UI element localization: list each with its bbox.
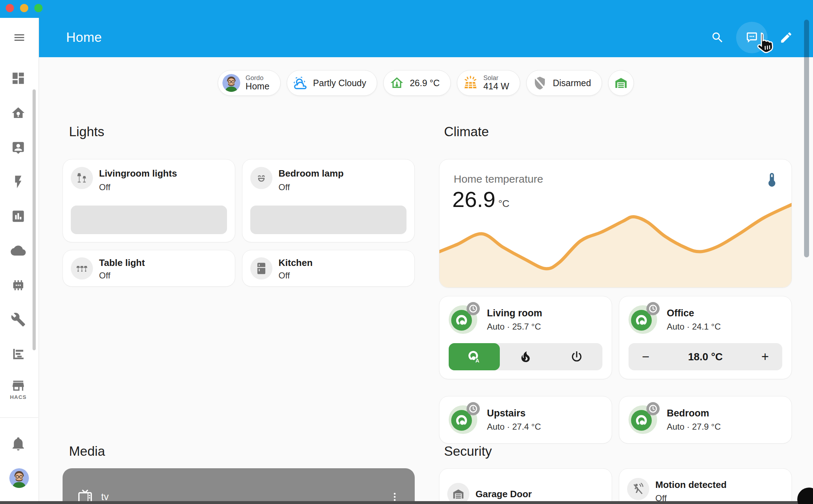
- thermostat-card-upstairs[interactable]: Upstairs Auto · 27.4 °C: [439, 396, 612, 444]
- user-chip-zone: Home: [246, 81, 270, 91]
- home-temperature-card[interactable]: Home temperature 26.9°C: [439, 159, 792, 288]
- light-card-kitchen[interactable]: Kitchen Off: [242, 250, 415, 287]
- light-card-table-light[interactable]: Table light Off: [63, 250, 235, 287]
- sidebar-item-energy[interactable]: [11, 174, 26, 189]
- shield-off-icon: [532, 75, 547, 90]
- light-state: Off: [279, 271, 312, 281]
- security-card-title: Garage Door: [476, 489, 532, 500]
- sidebar-profile-avatar[interactable]: [9, 468, 29, 488]
- thermostat-card-living-room[interactable]: Living room Auto · 25.7 °C: [439, 296, 612, 379]
- brightness-slider[interactable]: [250, 206, 406, 234]
- minimize-window-button[interactable]: [20, 4, 28, 12]
- window-controls[interactable]: [6, 4, 43, 12]
- sidebar: HACS: [0, 18, 39, 504]
- fridge-icon: [250, 257, 272, 280]
- solar-chip-name: Solar: [483, 75, 509, 81]
- sidebar-item-history[interactable]: [11, 209, 26, 224]
- window-titlebar: [0, 0, 813, 18]
- light-title: Kitchen: [279, 257, 312, 268]
- corner-shape: [797, 488, 813, 504]
- gantt-chart-icon: [11, 346, 26, 361]
- partly-cloudy-icon: [293, 75, 308, 90]
- alarm-chip[interactable]: Disarmed: [526, 70, 602, 96]
- sidebar-item-developer-tools[interactable]: [11, 312, 26, 327]
- pencil-icon: [779, 31, 793, 44]
- smiley-lamp-icon: [250, 167, 272, 189]
- increase-temp-button[interactable]: +: [748, 349, 782, 364]
- thermostat-name: Bedroom: [667, 408, 721, 419]
- wrench-icon: [11, 312, 26, 327]
- chart-box-icon: [11, 209, 26, 224]
- setpoint-stepper: − 18.0 °C +: [629, 343, 782, 370]
- sidebar-menu-button[interactable]: [12, 31, 27, 44]
- page-title: Home: [66, 30, 102, 45]
- security-card-title: Motion detected: [655, 479, 726, 490]
- thermostat-card-bedroom[interactable]: Bedroom Auto · 27.9 °C: [619, 396, 792, 444]
- thermometer-icon: [764, 172, 780, 188]
- weather-chip-label: Partly Cloudy: [313, 78, 366, 88]
- app-header: Home: [39, 18, 813, 57]
- sidebar-item-notifications[interactable]: [11, 436, 26, 451]
- security-card-motion[interactable]: Motion detected Off: [619, 468, 792, 504]
- sidebar-item-logbook[interactable]: [11, 346, 26, 361]
- home-lightbulb-icon: [11, 105, 26, 120]
- close-window-button[interactable]: [6, 4, 14, 12]
- bell-icon: [11, 436, 26, 451]
- thermostat-name: Upstairs: [487, 408, 541, 419]
- mode-off-button[interactable]: [551, 343, 602, 370]
- zoom-window-button[interactable]: [34, 4, 43, 12]
- climate-section-heading: Climate: [444, 124, 489, 139]
- home-assistant-window: Home HACS Gordo Home: [0, 0, 813, 504]
- schedule-clock-badge: [646, 302, 660, 315]
- decrease-temp-button[interactable]: −: [629, 349, 663, 364]
- thermostat-auto-icon: [467, 350, 482, 364]
- schedule-clock-badge: [467, 302, 480, 315]
- sidebar-item-hacs[interactable]: [11, 378, 26, 393]
- edit-dashboard-button[interactable]: [779, 31, 793, 44]
- temperature-card-title: Home temperature: [454, 173, 543, 185]
- thermostat-status: Auto · 24.1 °C: [667, 322, 721, 332]
- light-state: Off: [99, 182, 177, 192]
- sidebar-scrollbar[interactable]: [33, 89, 36, 350]
- solar-chip[interactable]: Solar 414 W: [457, 70, 520, 96]
- store-icon: [11, 378, 26, 393]
- lights-section-heading: Lights: [69, 124, 104, 139]
- chip-icon: [11, 278, 26, 293]
- security-card-garage-door[interactable]: Garage Door: [439, 468, 612, 504]
- user-chip[interactable]: Gordo Home: [218, 70, 281, 96]
- light-state: Off: [99, 271, 145, 281]
- light-title: Bedroom lamp: [279, 168, 344, 179]
- solar-chip-value: 414 W: [483, 81, 509, 91]
- thermostat-status: Auto · 25.7 °C: [487, 322, 542, 332]
- sidebar-item-overview[interactable]: [11, 71, 26, 86]
- search-button[interactable]: [711, 31, 724, 44]
- brightness-slider[interactable]: [71, 206, 227, 234]
- light-card-bedroom-lamp[interactable]: Bedroom lamp Off: [242, 159, 415, 242]
- lightning-icon: [11, 174, 26, 189]
- sidebar-item-devices[interactable]: [11, 278, 26, 293]
- security-section-heading: Security: [444, 444, 492, 459]
- schedule-clock-badge: [646, 402, 660, 415]
- alarm-chip-label: Disarmed: [553, 78, 591, 88]
- light-card-livingroom[interactable]: Livingroom lights Off: [63, 159, 235, 242]
- temperature-chip[interactable]: 26.9 °C: [383, 70, 451, 96]
- sidebar-item-areas[interactable]: [11, 105, 26, 120]
- dashboard-icon: [11, 71, 26, 86]
- sidebar-item-people[interactable]: [11, 140, 26, 155]
- weather-chip[interactable]: Partly Cloudy: [287, 70, 378, 96]
- hvac-mode-selector: [449, 343, 602, 370]
- thermostat-card-office[interactable]: Office Auto · 24.1 °C − 18.0 °C +: [619, 296, 792, 379]
- mode-heat-button[interactable]: [500, 343, 551, 370]
- floor-lamp-icon: [71, 167, 93, 189]
- sidebar-item-cloud[interactable]: [11, 243, 26, 258]
- temperature-chip-label: 26.9 °C: [410, 78, 440, 88]
- light-state: Off: [279, 182, 344, 192]
- page-scrollbar[interactable]: [804, 20, 809, 257]
- garage-chip[interactable]: [608, 70, 634, 96]
- cloud-icon: [11, 243, 26, 258]
- mode-auto-button[interactable]: [449, 343, 500, 370]
- media-player-card-tv[interactable]: tv: [63, 468, 415, 504]
- media-player-name: tv: [101, 491, 109, 503]
- light-title: Table light: [99, 257, 145, 268]
- temperature-area-chart: [439, 198, 792, 287]
